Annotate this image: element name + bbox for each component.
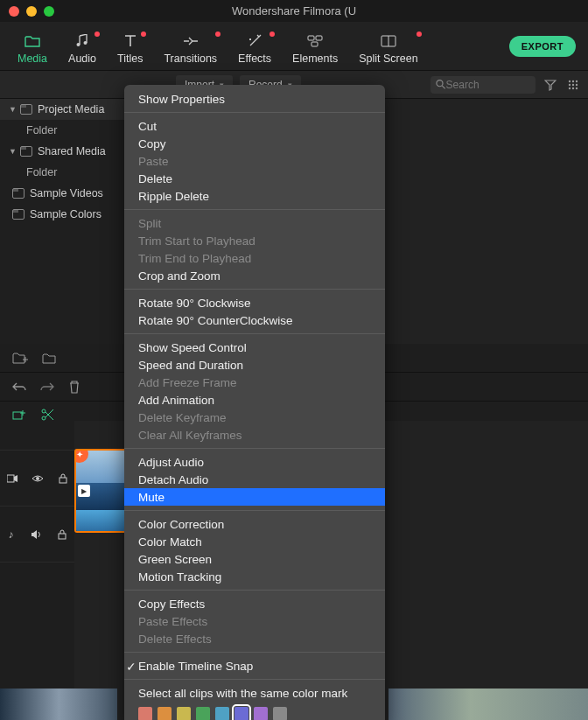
folder-icon: [24, 33, 40, 49]
filter-icon[interactable]: [542, 79, 558, 91]
svg-line-8: [442, 86, 445, 89]
tab-label: Media: [18, 52, 47, 65]
menu-detach-audio[interactable]: Detach Audio: [124, 471, 385, 488]
lock-icon[interactable]: [58, 529, 66, 540]
music-note-icon[interactable]: ♪: [9, 528, 14, 541]
menu-delete[interactable]: Delete: [124, 170, 385, 187]
new-folder-icon[interactable]: [12, 352, 28, 364]
scissors-icon[interactable]: [40, 408, 54, 422]
tab-label: Split Screen: [359, 52, 417, 65]
search-box[interactable]: [430, 76, 536, 94]
tab-label: Effects: [238, 52, 271, 65]
menu-copy-effects[interactable]: Copy Effects: [124, 595, 385, 612]
visibility-icon[interactable]: [32, 474, 44, 483]
new-indicator-icon: [141, 31, 146, 37]
tab-media[interactable]: Media: [9, 28, 56, 70]
export-button[interactable]: EXPORT: [509, 36, 576, 57]
color-swatch[interactable]: [158, 707, 172, 720]
folder-icon: [12, 188, 24, 199]
redo-icon[interactable]: [40, 381, 54, 392]
menu-add-animation[interactable]: Add Animation: [124, 391, 385, 409]
transitions-icon: [183, 33, 199, 49]
folder-icon[interactable]: [42, 353, 56, 364]
maximize-window-button[interactable]: [44, 6, 54, 17]
menu-ripple-delete[interactable]: Ripple Delete: [124, 187, 385, 205]
color-swatch[interactable]: [138, 707, 152, 720]
menu-rotate-ccw[interactable]: Rotate 90° CounterClockwise: [124, 311, 385, 329]
svg-rect-21: [7, 475, 14, 482]
menu-rotate-cw[interactable]: Rotate 90° Clockwise: [124, 294, 385, 311]
menu-separator: [124, 510, 385, 511]
color-swatch[interactable]: [234, 707, 248, 720]
menu-green-screen[interactable]: Green Screen: [124, 550, 385, 568]
svg-rect-24: [59, 534, 66, 539]
tab-effects[interactable]: Effects: [229, 28, 280, 70]
search-input[interactable]: [446, 79, 528, 91]
menu-crop-zoom[interactable]: Crop and Zoom: [124, 267, 385, 284]
tab-elements[interactable]: Elements: [284, 28, 346, 70]
tab-titles[interactable]: Titles: [108, 28, 151, 70]
lock-icon[interactable]: [59, 473, 67, 484]
menu-paste-effects: Paste Effects: [124, 612, 385, 630]
sidebar-label: Project Media: [38, 103, 104, 115]
text-icon: [122, 33, 138, 49]
menu-adjust-audio[interactable]: Adjust Audio: [124, 453, 385, 471]
elements-icon: [307, 33, 323, 49]
color-swatch[interactable]: [196, 707, 210, 720]
sidebar-label: Sample Videos: [30, 187, 103, 199]
svg-rect-2: [308, 36, 314, 40]
menu-motion-tracking[interactable]: Motion Tracking: [124, 568, 385, 585]
grid-view-icon[interactable]: [565, 79, 581, 91]
close-window-button[interactable]: [9, 6, 19, 17]
main-toolbar: Media Audio Titles Transitions Effects E…: [0, 22, 588, 71]
svg-point-9: [569, 80, 570, 81]
tab-split-screen[interactable]: Split Screen: [350, 28, 426, 70]
tab-label: Transitions: [164, 52, 217, 65]
music-note-icon: [74, 33, 90, 49]
minimize-window-button[interactable]: [26, 6, 37, 17]
menu-show-speed[interactable]: Show Speed Control: [124, 339, 385, 356]
menu-enable-timeline-snap[interactable]: Enable Timeline Snap: [124, 657, 385, 675]
menu-mute[interactable]: Mute: [124, 488, 385, 506]
video-clip[interactable]: ✦ ▶: [74, 449, 127, 533]
sidebar-label: Shared Media: [38, 145, 106, 157]
svg-point-7: [437, 80, 443, 87]
effects-wand-icon: [247, 33, 262, 49]
menu-trim-end: Trim End to Playhead: [124, 249, 385, 267]
undo-icon[interactable]: [12, 381, 26, 392]
menu-paste: Paste: [124, 152, 385, 170]
add-marker-icon[interactable]: [12, 409, 26, 421]
folder-icon: [20, 146, 32, 157]
sidebar-label: Folder: [26, 124, 57, 136]
new-indicator-icon: [215, 31, 220, 37]
menu-cut[interactable]: Cut: [124, 117, 385, 135]
svg-point-1: [84, 41, 88, 45]
menu-separator: [124, 679, 385, 680]
color-swatch[interactable]: [254, 707, 268, 720]
menu-color-correction[interactable]: Color Correction: [124, 515, 385, 533]
menu-speed-duration[interactable]: Speed and Duration: [124, 356, 385, 374]
menu-add-freeze: Add Freeze Frame: [124, 374, 385, 391]
speaker-icon[interactable]: [31, 529, 41, 540]
menu-color-match[interactable]: Color Match: [124, 533, 385, 550]
tab-transitions[interactable]: Transitions: [155, 28, 226, 70]
color-swatch[interactable]: [215, 707, 229, 720]
tab-audio[interactable]: Audio: [60, 28, 105, 70]
audio-track-controls: ♪: [0, 507, 74, 563]
color-swatch[interactable]: [177, 707, 191, 720]
title-bar: Wondershare Filmora (U: [0, 0, 588, 22]
delete-icon[interactable]: [68, 380, 80, 394]
menu-delete-keyframe: Delete Keyframe: [124, 409, 385, 426]
svg-point-15: [569, 87, 570, 88]
menu-separator: [124, 448, 385, 449]
menu-clear-keyframes: Clear All Keyframes: [124, 426, 385, 444]
track-controls: ♪: [0, 421, 74, 720]
svg-point-20: [42, 416, 46, 420]
svg-rect-4: [312, 42, 318, 46]
color-swatch[interactable]: [273, 707, 287, 720]
svg-point-13: [572, 83, 574, 85]
menu-copy[interactable]: Copy: [124, 135, 385, 152]
folder-icon: [20, 104, 32, 115]
menu-show-properties[interactable]: Show Properties: [124, 90, 385, 108]
video-toggle-icon[interactable]: [7, 474, 18, 483]
